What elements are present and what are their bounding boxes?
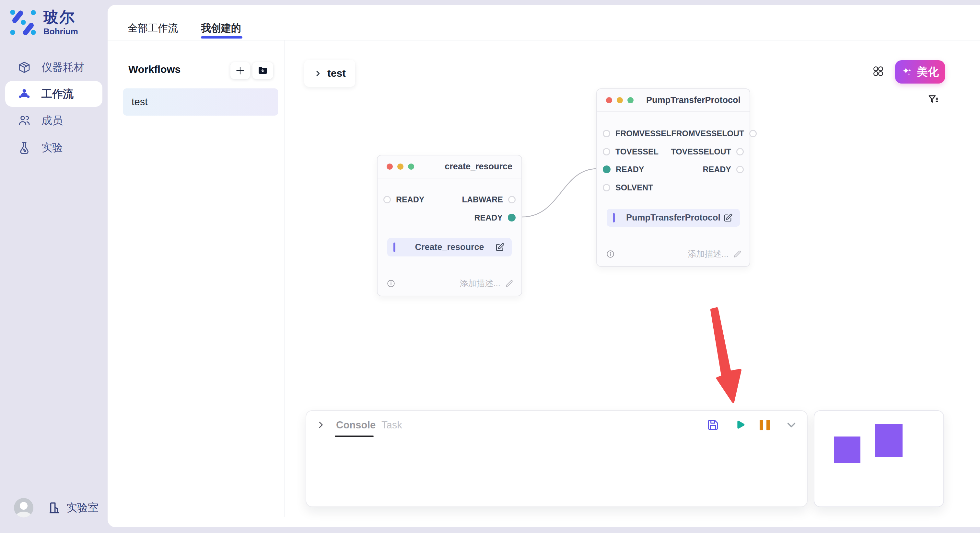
sidebar-footer: 实验室 [14, 498, 99, 517]
add-workflow-button[interactable] [231, 62, 250, 79]
port-label: READY [703, 165, 731, 174]
output-port-ready[interactable]: READY [474, 213, 515, 222]
port-handle[interactable] [603, 148, 610, 155]
beautify-label: 美化 [917, 65, 939, 79]
avatar[interactable] [14, 498, 33, 517]
input-port-ready[interactable]: READY [603, 165, 644, 174]
port-handle[interactable] [736, 166, 744, 173]
save-floppy-icon [707, 419, 719, 431]
add-description[interactable]: 添加描述... [688, 248, 742, 260]
app-screen: 玻尔 Bohrium 仪器耗材 工作流 成员 [0, 0, 980, 533]
port-handle[interactable] [383, 196, 391, 203]
input-port-solvent[interactable]: SOLVENT [603, 183, 653, 192]
port-handle-connected[interactable] [508, 214, 515, 222]
collapse-panel-button[interactable] [785, 419, 797, 431]
sidebar-item-label: 成员 [41, 113, 63, 128]
tab-my-created[interactable]: 我创建的 [201, 21, 241, 35]
port-handle-connected[interactable] [603, 165, 611, 173]
clover-grid-icon [872, 65, 885, 78]
chevron-right-icon [314, 69, 322, 78]
pencil-icon [505, 279, 514, 288]
node-header: create_resource [377, 155, 522, 178]
edit-icon[interactable] [723, 213, 733, 223]
sidebar-item-workflow[interactable]: 工作流 [5, 81, 102, 107]
minimap[interactable] [814, 410, 944, 507]
output-port-ready[interactable]: READY [703, 165, 744, 174]
sidebar-item-experiment[interactable]: 实验 [0, 134, 108, 161]
info-icon[interactable] [606, 250, 615, 259]
input-port-ready[interactable]: READY [383, 195, 425, 204]
tabbar-divider [108, 40, 980, 40]
action-label: Create_resource [415, 242, 484, 252]
console-tab-underline [335, 436, 374, 437]
node-create-resource[interactable]: create_resource READY LABWARE READY Crea… [377, 155, 522, 296]
output-port-tovesselout[interactable]: TOVESSELOUT [671, 147, 744, 156]
collapse-chevron-right-icon[interactable] [316, 420, 326, 430]
node-footer: 添加描述... [387, 277, 514, 290]
port-handle[interactable] [603, 184, 610, 191]
lab-label: 实验室 [67, 501, 99, 515]
edit-icon[interactable] [495, 243, 504, 252]
node-title: PumpTransferProtocol [633, 95, 740, 105]
lab-switcher[interactable]: 实验室 [48, 501, 99, 515]
port-label: TOVESSEL [616, 147, 659, 156]
pause-icon [760, 420, 770, 430]
action-label: PumpTransferProtocol [626, 213, 721, 223]
save-button[interactable] [707, 419, 719, 431]
filter-button[interactable] [927, 94, 939, 105]
sidebar-item-instruments[interactable]: 仪器耗材 [0, 54, 108, 81]
port-label: TOVESSELOUT [671, 147, 731, 156]
node-action-button[interactable]: PumpTransferProtocol [607, 209, 740, 227]
port-handle[interactable] [508, 196, 515, 203]
tab-console[interactable]: Console [336, 419, 375, 431]
accent-bar [393, 243, 395, 252]
node-header: PumpTransferProtocol [597, 89, 749, 112]
folder-download-icon [257, 65, 268, 76]
node-pump-transfer-protocol[interactable]: PumpTransferProtocol FROMVESSEL FROMVESS… [596, 89, 750, 267]
port-label: LABWARE [462, 195, 503, 204]
port-label: SOLVENT [616, 183, 653, 192]
members-icon [18, 114, 31, 127]
brand: 玻尔 Bohrium [9, 8, 78, 36]
breadcrumb-label: test [327, 67, 346, 79]
accent-bar [613, 213, 615, 222]
pause-button[interactable] [758, 419, 771, 431]
info-icon[interactable] [387, 279, 395, 288]
experiment-tube-icon [18, 141, 31, 154]
node-footer: 添加描述... [606, 247, 742, 260]
bohrium-logo-icon [9, 8, 37, 36]
sidebar-item-label: 仪器耗材 [41, 60, 84, 75]
description-placeholder: 添加描述... [460, 278, 500, 289]
port-handle[interactable] [736, 148, 744, 155]
workflow-list-item[interactable]: test [123, 89, 278, 116]
port-row: SOLVENT [603, 178, 744, 197]
output-port-labware[interactable]: LABWARE [462, 195, 515, 204]
filter-icon [927, 94, 939, 105]
layout-clover-button[interactable] [872, 65, 885, 78]
port-label: READY [616, 165, 644, 174]
workflows-panel-title: Workflows [128, 63, 180, 75]
minimap-node [834, 436, 861, 463]
tab-all-workflows[interactable]: 全部工作流 [128, 21, 178, 35]
port-label: READY [396, 195, 425, 204]
import-workflow-button[interactable] [253, 62, 273, 79]
node-action-button[interactable]: Create_resource [387, 238, 512, 257]
input-port-fromvessel[interactable]: FROMVESSEL [603, 129, 671, 138]
output-port-fromvesselout[interactable]: FROMVESSELOUT [671, 129, 757, 138]
run-button[interactable] [733, 419, 746, 431]
sidebar-item-members[interactable]: 成员 [0, 107, 108, 134]
traffic-lights-icon [387, 163, 414, 170]
breadcrumb[interactable]: test [304, 60, 355, 87]
input-port-tovessel[interactable]: TOVESSEL [603, 147, 659, 156]
node-title: create_resource [414, 162, 512, 171]
tab-task[interactable]: Task [382, 419, 402, 431]
building-icon [48, 501, 61, 514]
add-description[interactable]: 添加描述... [460, 278, 514, 289]
port-handle[interactable] [603, 130, 610, 137]
port-row: READY LABWARE [383, 190, 515, 209]
beautify-button[interactable]: 美化 [895, 60, 945, 84]
box-icon [18, 60, 31, 74]
port-handle[interactable] [749, 130, 757, 137]
sidebar: 玻尔 Bohrium 仪器耗材 工作流 成员 [0, 0, 108, 533]
plus-icon [235, 65, 245, 76]
